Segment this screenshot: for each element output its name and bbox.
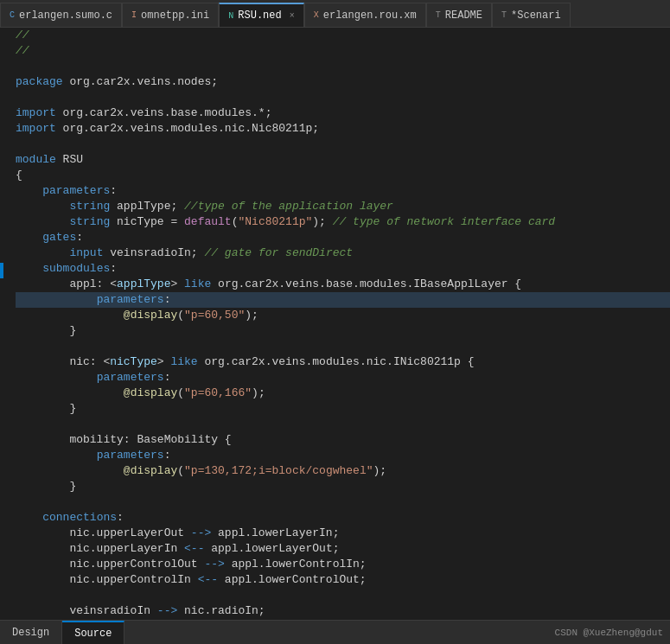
code-line: } [16, 479, 670, 494]
tab-readme[interactable]: T README [426, 3, 492, 27]
status-right-text: CSDN @XueZheng@gdut [555, 628, 670, 638]
bottom-tab-bar: Design Source CSDN @XueZheng@gdut [0, 620, 670, 644]
code-line: string applType; //type of the applicati… [16, 199, 670, 214]
code-line: // [16, 43, 670, 59]
code-line: veinsradioIn --> nic.radioIn; [16, 603, 670, 619]
code-line-highlighted: parameters: [16, 292, 670, 308]
code-line: parameters: [16, 183, 670, 199]
code-line: connections: [16, 510, 670, 526]
code-line: } [16, 401, 670, 417]
tab-omnetpp-ini[interactable]: I omnetpp.ini [122, 3, 219, 27]
code-line: // [16, 28, 670, 43]
c-file-icon: C [10, 10, 15, 20]
close-tab-icon[interactable]: × [290, 11, 295, 21]
code-line: nic.upperControlIn <-- appl.lowerControl… [16, 572, 670, 588]
code-line: { [16, 168, 670, 183]
code-line: mobility: BaseMobility { [16, 432, 670, 448]
tab-design[interactable]: Design [0, 621, 62, 645]
tab-source[interactable]: Source [62, 621, 124, 645]
code-line [16, 59, 670, 74]
code-line: import org.car2x.veins.modules.nic.Nic80… [16, 121, 670, 137]
code-line: @display("p=60,50"); [16, 308, 670, 323]
blue-indicator-bar [0, 263, 3, 278]
code-line: package org.car2x.veins.nodes; [16, 74, 670, 90]
code-line [16, 339, 670, 354]
code-editor[interactable]: // // package org.car2x.veins.nodes; imp… [7, 28, 670, 620]
ini-file-icon: I [131, 10, 137, 20]
ned-file-icon: N [228, 11, 233, 21]
scenario-file-icon: T [501, 10, 507, 20]
tab-bar: C erlangen.sumo.c I omnetpp.ini N RSU.ne… [0, 0, 670, 28]
left-gutter [0, 28, 7, 620]
code-line: nic.upperLayerOut --> appl.lowerLayerIn; [16, 526, 670, 541]
code-line: } [16, 323, 670, 339]
code-line [16, 417, 670, 432]
txt-file-icon: T [436, 10, 441, 20]
code-line: appl: <applType> like org.car2x.veins.ba… [16, 277, 670, 292]
code-line: @display("p=60,166"); [16, 386, 670, 401]
code-line: parameters: [16, 370, 670, 386]
code-line: nic.upperControlOut --> appl.lowerContro… [16, 557, 670, 572]
code-line: nic: <nicType> like org.car2x.veins.modu… [16, 354, 670, 370]
code-line: @display("p=130,172;i=block/cogwheel"); [16, 463, 670, 479]
code-line: input veinsradioIn; // gate for sendDire… [16, 245, 670, 261]
code-line [16, 588, 670, 603]
tab-erlangen-rou[interactable]: X erlangen.rou.xm [304, 3, 426, 27]
code-line [16, 90, 670, 105]
code-line: import org.car2x.veins.base.modules.*; [16, 105, 670, 121]
tab-erlangen-sumo[interactable]: C erlangen.sumo.c [0, 3, 122, 27]
tab-scenario[interactable]: T *Scenari [492, 3, 571, 27]
code-line: gates: [16, 230, 670, 245]
code-line [16, 619, 670, 620]
code-line: parameters: [16, 448, 670, 463]
code-line: string nicType = default("Nic80211p"); /… [16, 214, 670, 230]
code-line: submodules: [16, 261, 670, 277]
code-line: nic.upperLayerIn <-- appl.lowerLayerOut; [16, 541, 670, 557]
tab-rsu-ned[interactable]: N RSU.ned × [219, 3, 303, 27]
xml-file-icon: X [314, 10, 319, 20]
editor-area: // // package org.car2x.veins.nodes; imp… [0, 28, 670, 620]
code-line [16, 137, 670, 152]
code-line [16, 494, 670, 510]
code-line: module RSU [16, 152, 670, 168]
